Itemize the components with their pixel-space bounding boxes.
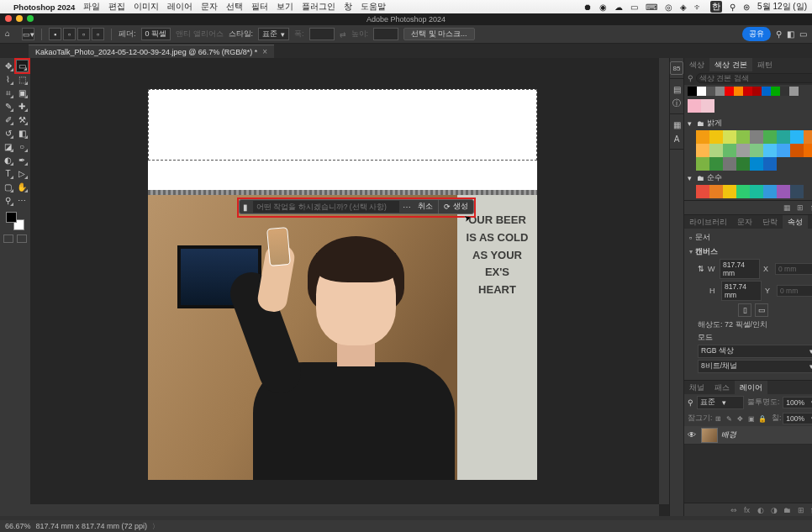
info-menu-icon[interactable]: 〉 — [152, 522, 159, 531]
status-spotlight-icon[interactable]: ⚲ — [730, 3, 736, 12]
home-button[interactable]: ⌂ — [5, 29, 17, 40]
dock-styles-icon[interactable]: A — [670, 132, 683, 145]
status-bt-icon[interactable]: ⌨ — [646, 3, 657, 12]
canvas-area[interactable]: OUR BEER IS AS COLD AS YOUR EX'S HEART ▮… — [30, 58, 669, 516]
group-icon[interactable]: 🖿 — [783, 505, 792, 514]
menu-image[interactable]: 이미지 — [134, 2, 159, 13]
status-display-icon[interactable]: ▭ — [630, 3, 638, 12]
tool-preset-picker[interactable]: ▭▾ — [22, 28, 34, 40]
lock-all-icon[interactable]: 🔒 — [757, 414, 767, 424]
menu-select[interactable]: 선택 — [226, 2, 243, 13]
window-zoom-button[interactable] — [27, 15, 34, 22]
dock-85-icon[interactable]: 85 — [670, 61, 683, 75]
menu-window[interactable]: 창 — [344, 2, 352, 13]
history-brush-tool[interactable]: ↺ — [2, 127, 14, 140]
swatch-search-input[interactable] — [696, 73, 812, 83]
taskbar-more-icon[interactable]: ⋯ — [401, 203, 413, 212]
lock-position-icon[interactable]: ✥ — [736, 414, 745, 424]
lock-pixels-icon[interactable]: ✎ — [725, 414, 734, 424]
tab-paths[interactable]: 패스 — [709, 381, 735, 394]
color-swatches[interactable] — [2, 211, 29, 231]
tab-color[interactable]: 색상 — [684, 58, 709, 71]
tab-channels[interactable]: 채널 — [684, 381, 709, 394]
screen-mode[interactable] — [2, 232, 29, 245]
orientation-landscape[interactable]: ▭ — [755, 303, 768, 317]
layer-filter-icon[interactable]: ⚲ — [688, 398, 693, 407]
layer-row-background[interactable]: 👁 배경 🔒 — [684, 426, 812, 445]
dock-history-icon[interactable]: ▤ — [670, 82, 683, 96]
menu-edit[interactable]: 편집 — [108, 2, 125, 13]
mode-select[interactable]: RGB 색상▾ — [698, 345, 812, 358]
status-rec-icon[interactable]: ◎ — [665, 3, 672, 12]
status-battery-icon[interactable]: ◈ — [680, 3, 687, 12]
status-cc-icon[interactable]: ⊜ — [743, 3, 750, 12]
adjustment-icon[interactable]: ◑ — [769, 505, 778, 514]
marquee-tool[interactable]: ▭ — [16, 60, 29, 72]
edit-toolbar[interactable]: ⋯ — [16, 194, 29, 207]
subtract-selection-button[interactable]: ▫ — [77, 28, 90, 40]
menu-layer[interactable]: 레이어 — [167, 2, 192, 13]
generative-prompt-input[interactable] — [253, 201, 399, 213]
mask-icon[interactable]: ◐ — [756, 505, 765, 514]
blend-mode-select[interactable]: 표준▾ — [697, 396, 744, 409]
lasso-tool[interactable]: ⌇ — [2, 73, 14, 86]
stamp-tool[interactable]: ⚒ — [16, 113, 29, 126]
doc-info[interactable]: 817.74 mm x 817.74 mm (72 ppi) — [36, 522, 148, 530]
pen-tool[interactable]: ✒ — [16, 154, 29, 166]
new-selection-button[interactable]: ▪ — [49, 28, 61, 40]
menu-plugin[interactable]: 플러그인 — [302, 2, 335, 13]
workspace-icon[interactable]: ◧ — [787, 29, 794, 39]
tab-paragraph[interactable]: 단락 — [757, 215, 783, 229]
frame-icon[interactable]: ▭ — [799, 29, 807, 39]
canvas-w-field[interactable]: 817.74 mm — [720, 259, 760, 279]
tab-layers[interactable]: 레이어 — [735, 381, 767, 394]
status-app-icon[interactable]: ☁ — [614, 3, 623, 12]
close-tab-icon[interactable]: × — [262, 47, 267, 56]
recent-swatches[interactable] — [684, 85, 812, 97]
delete-swatch-icon[interactable]: 🗑 — [809, 203, 812, 213]
search-icon[interactable]: ⚲ — [776, 29, 782, 39]
artboard[interactable]: OUR BEER IS AS COLD AS YOUR EX'S HEART — [148, 89, 537, 480]
swatch-group-pure[interactable]: ▾🖿순수 — [688, 171, 812, 185]
fill-field[interactable]: 100%▾ — [783, 413, 812, 424]
zoom-field[interactable]: 66.67% — [5, 522, 31, 530]
document-tab[interactable]: KakaoTalk_Photo_2024-05-12-00-39-24.jpeg… — [29, 45, 274, 58]
healing-tool[interactable]: ✚ — [16, 100, 29, 113]
vertical-scrollbar[interactable] — [659, 58, 669, 504]
taskbar-handle-icon[interactable]: ▮ — [240, 203, 251, 212]
eyedropper-tool[interactable]: ✎ — [2, 100, 14, 113]
new-layer-icon[interactable]: ⊞ — [796, 505, 805, 514]
status-lang-icon[interactable]: 한 — [710, 1, 722, 13]
depth-select[interactable]: 8비트/채널▾ — [698, 360, 812, 373]
eraser-tool[interactable]: ◧ — [16, 127, 29, 140]
shape-tool[interactable]: ▢ — [2, 181, 14, 193]
pure-swatches[interactable] — [696, 185, 812, 198]
dock-info-icon[interactable]: ⓘ — [670, 97, 683, 110]
bright-swatches[interactable] — [696, 130, 812, 171]
horizontal-scrollbar[interactable] — [30, 504, 659, 516]
menu-view[interactable]: 보기 — [277, 2, 293, 13]
opacity-field[interactable]: 100%▾ — [783, 397, 812, 408]
dodge-tool[interactable]: ◐ — [2, 154, 14, 166]
menu-filter[interactable]: 필터 — [251, 2, 268, 13]
tab-character[interactable]: 문자 — [732, 215, 757, 229]
tab-properties[interactable]: 속성 — [783, 215, 808, 229]
status-wifi-icon[interactable]: ᯤ — [694, 3, 703, 12]
select-mask-button[interactable]: 선택 및 마스크... — [403, 28, 475, 40]
canvas-section[interactable]: 캔버스 — [695, 247, 718, 255]
tab-swatches[interactable]: 색상 견본 — [709, 58, 752, 71]
fg-color[interactable] — [6, 212, 17, 223]
traffic-lights[interactable] — [5, 15, 34, 22]
layer-thumb[interactable] — [701, 428, 718, 443]
hand-tool[interactable]: ✋ — [16, 181, 29, 193]
style-select[interactable]: 표준▾ — [258, 28, 289, 40]
app-menu[interactable]: Photoshop 2024 — [13, 3, 75, 12]
cancel-button[interactable]: 취소 — [413, 200, 438, 213]
crop-tool[interactable]: ⌗ — [2, 87, 14, 99]
move-tool[interactable]: ✥ — [2, 60, 14, 72]
add-selection-button[interactable]: ▫ — [63, 28, 76, 40]
fx-icon[interactable]: fx — [742, 505, 751, 514]
status-screenrec-icon[interactable]: ⏺ — [583, 3, 592, 12]
lock-artboard-icon[interactable]: ▣ — [746, 414, 756, 424]
selection-tool[interactable]: ⬚ — [16, 73, 29, 86]
